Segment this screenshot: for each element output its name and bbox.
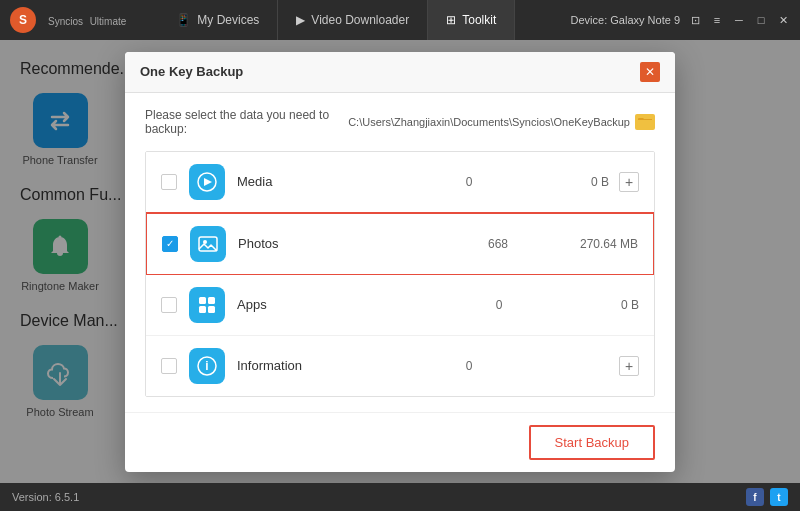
media-icon bbox=[189, 164, 225, 200]
tab-toolkit[interactable]: ⊞ Toolkit bbox=[428, 0, 515, 40]
facebook-icon[interactable]: f bbox=[746, 488, 764, 506]
apps-count: 0 bbox=[459, 298, 539, 312]
backup-item-apps: Apps 0 0 B bbox=[146, 275, 654, 336]
extra-btn-1[interactable]: ⊡ bbox=[688, 13, 702, 27]
social-icons: f t bbox=[746, 488, 788, 506]
information-label: Information bbox=[237, 358, 429, 373]
app-window: S Syncios Ultimate 📱 My Devices ▶ Video … bbox=[0, 0, 800, 511]
twitter-icon[interactable]: t bbox=[770, 488, 788, 506]
backup-items-list: Media 0 0 B + ✓ bbox=[145, 151, 655, 397]
svg-marker-3 bbox=[204, 178, 212, 186]
modal-close-button[interactable]: ✕ bbox=[640, 62, 660, 82]
media-label: Media bbox=[237, 174, 429, 189]
svg-rect-7 bbox=[208, 297, 215, 304]
backup-instruction: Please select the data you need to backu… bbox=[145, 108, 348, 136]
information-icon: i bbox=[189, 348, 225, 384]
toolkit-icon: ⊞ bbox=[446, 13, 456, 27]
tab-my-devices[interactable]: 📱 My Devices bbox=[158, 0, 278, 40]
media-size: 0 B bbox=[509, 175, 609, 189]
version-label: Version: 6.5.1 bbox=[12, 491, 79, 503]
minimize-button[interactable]: ─ bbox=[732, 13, 746, 27]
title-bar-right: Device: Galaxy Note 9 ⊡ ≡ ─ □ ✕ bbox=[571, 13, 790, 27]
information-checkbox[interactable] bbox=[161, 358, 177, 374]
app-title-group: Syncios Ultimate bbox=[48, 11, 126, 29]
media-checkbox[interactable] bbox=[161, 174, 177, 190]
maximize-button[interactable]: □ bbox=[754, 13, 768, 27]
backup-item-information: i Information 0 + bbox=[146, 336, 654, 396]
devices-icon: 📱 bbox=[176, 13, 191, 27]
modal-title: One Key Backup bbox=[140, 64, 243, 79]
status-bar: Version: 6.5.1 f t bbox=[0, 483, 800, 511]
device-info: Device: Galaxy Note 9 bbox=[571, 14, 680, 26]
apps-icon bbox=[189, 287, 225, 323]
modal-body: Please select the data you need to backu… bbox=[125, 93, 675, 412]
photos-icon bbox=[190, 226, 226, 262]
folder-browse-icon[interactable] bbox=[635, 114, 655, 130]
play-icon: ▶ bbox=[296, 13, 305, 27]
media-expand-button[interactable]: + bbox=[619, 172, 639, 192]
title-bar-left: S Syncios Ultimate 📱 My Devices ▶ Video … bbox=[10, 0, 515, 40]
main-content: Recommende... Phone Transfer Common Fu..… bbox=[0, 40, 800, 483]
backup-item-media: Media 0 0 B + bbox=[146, 152, 654, 213]
one-key-backup-modal: One Key Backup ✕ Please select the data … bbox=[125, 52, 675, 472]
svg-rect-8 bbox=[199, 306, 206, 313]
apps-checkbox[interactable] bbox=[161, 297, 177, 313]
modal-overlay: One Key Backup ✕ Please select the data … bbox=[0, 40, 800, 483]
backup-path: C:\Users\Zhangjiaxin\Documents\Syncios\O… bbox=[348, 114, 655, 130]
title-bar: S Syncios Ultimate 📱 My Devices ▶ Video … bbox=[0, 0, 800, 40]
nav-tabs: 📱 My Devices ▶ Video Downloader ⊞ Toolki… bbox=[158, 0, 515, 40]
information-expand-button[interactable]: + bbox=[619, 356, 639, 376]
backup-item-photos: ✓ Photos 668 270.64 MB bbox=[145, 212, 655, 276]
start-backup-button[interactable]: Start Backup bbox=[529, 425, 655, 460]
app-logo: S bbox=[10, 7, 36, 33]
apps-label: Apps bbox=[237, 297, 459, 312]
svg-text:i: i bbox=[205, 359, 208, 373]
apps-size: 0 B bbox=[539, 298, 639, 312]
modal-footer: Start Backup bbox=[125, 412, 675, 472]
modal-header: One Key Backup ✕ bbox=[125, 52, 675, 93]
photos-label: Photos bbox=[238, 236, 458, 251]
app-title: Syncios Ultimate bbox=[48, 13, 126, 28]
svg-rect-6 bbox=[199, 297, 206, 304]
svg-rect-1 bbox=[638, 119, 652, 128]
photos-count: 668 bbox=[458, 237, 538, 251]
media-count: 0 bbox=[429, 175, 509, 189]
backup-path-row: Please select the data you need to backu… bbox=[145, 108, 655, 136]
svg-rect-9 bbox=[208, 306, 215, 313]
photos-checkbox[interactable]: ✓ bbox=[162, 236, 178, 252]
extra-btn-2[interactable]: ≡ bbox=[710, 13, 724, 27]
photos-size: 270.64 MB bbox=[538, 237, 638, 251]
tab-video-downloader[interactable]: ▶ Video Downloader bbox=[278, 0, 428, 40]
information-count: 0 bbox=[429, 359, 509, 373]
close-window-button[interactable]: ✕ bbox=[776, 13, 790, 27]
